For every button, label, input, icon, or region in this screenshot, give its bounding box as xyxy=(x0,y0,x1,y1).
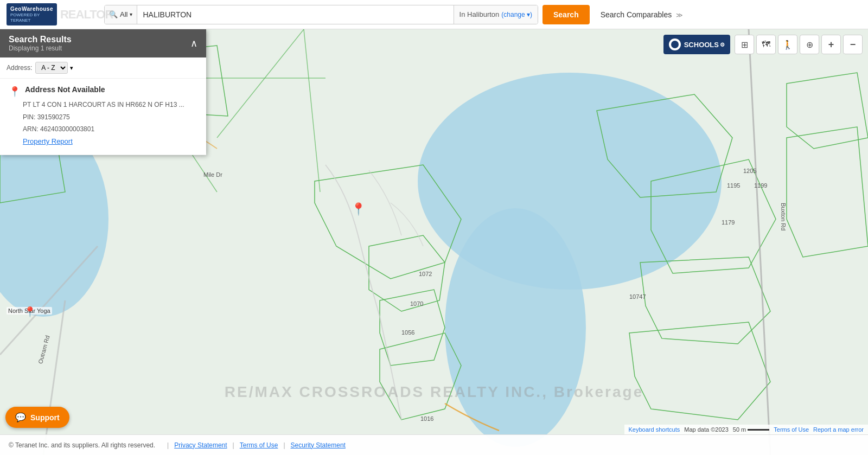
search-bar: 🔍 All ▾ In Haliburton (change ▾) xyxy=(104,5,538,24)
locate-button[interactable]: ⊕ xyxy=(800,35,819,54)
pin-value: 391590275 xyxy=(37,113,70,121)
terms-of-use-link[interactable]: Terms of Use xyxy=(240,441,278,449)
minus-icon: − xyxy=(850,39,856,50)
map-attribution: Keyboard shortcuts Map data ©2023 50 m T… xyxy=(624,425,868,434)
search-input[interactable] xyxy=(137,5,453,24)
logo: GeoWarehouse POWERED BY TERANET REALTOR xyxy=(7,3,99,27)
search-comparables-link[interactable]: Search Comparables ≫ xyxy=(601,10,683,19)
report-map-error-link[interactable]: Report a map error xyxy=(813,426,864,433)
privacy-statement-link[interactable]: Privacy Statement xyxy=(174,441,227,449)
svg-marker-14 xyxy=(629,322,770,420)
search-results-panel: Search Results Displaying 1 result ∧ Add… xyxy=(0,29,206,155)
schools-chevron-icon: ⚙ xyxy=(720,42,725,48)
search-button[interactable]: Search xyxy=(542,5,590,24)
layers-button[interactable]: ⊞ xyxy=(735,35,754,54)
search-location: In Haliburton (change ▾) xyxy=(454,5,538,24)
support-icon: 💬 xyxy=(15,412,26,422)
svg-marker-22 xyxy=(787,127,868,257)
scale-bar: 50 m xyxy=(733,426,769,433)
arn-label: ARN: xyxy=(23,125,39,133)
sort-dropdown[interactable]: A - Z Z - A xyxy=(35,62,68,74)
panel-collapse-button[interactable]: ∧ xyxy=(190,37,197,49)
pin-label: PIN: xyxy=(23,113,35,121)
panel-subtitle: Displaying 1 result xyxy=(9,44,72,52)
arn-value: 462403000003801 xyxy=(40,125,94,133)
double-chevron-icon: ≫ xyxy=(676,11,683,19)
north-star-marker[interactable]: 📍 xyxy=(24,306,36,318)
svg-line-5 xyxy=(217,29,304,138)
layers-icon: ⊞ xyxy=(741,40,748,50)
plus-icon: + xyxy=(828,39,834,50)
schools-icon xyxy=(669,39,681,50)
crosshair-icon: ⊕ xyxy=(806,40,813,50)
change-location-link[interactable]: (change ▾) xyxy=(501,11,532,18)
footer: © Teranet Inc. and its suppliers. All ri… xyxy=(0,434,868,455)
keyboard-shortcuts-link[interactable]: Keyboard shortcuts xyxy=(629,426,680,433)
property-report-link[interactable]: Property Report xyxy=(9,137,73,145)
panel-title: Search Results xyxy=(9,35,72,44)
map-style-button[interactable]: 🗺 xyxy=(756,35,776,54)
support-button[interactable]: 💬 Support xyxy=(5,407,69,428)
footer-copyright: © Teranet Inc. and its suppliers. All ri… xyxy=(9,441,155,449)
result-pin-icon: 📍 xyxy=(9,86,21,98)
svg-marker-8 xyxy=(369,235,445,311)
geowarehouse-logo: GeoWarehouse POWERED BY TERANET xyxy=(7,3,57,26)
map-toolbar: SCHOOLS ⚙ ⊞ 🗺 🚶 ⊕ + − xyxy=(663,35,863,54)
svg-line-17 xyxy=(749,29,770,455)
realtor-logo: REALTOR xyxy=(60,8,113,22)
security-statement-link[interactable]: Security Statement xyxy=(291,441,346,449)
svg-point-1 xyxy=(445,208,586,447)
zoom-out-button[interactable]: − xyxy=(843,35,863,54)
sort-bar: Address: A - Z Z - A ▾ xyxy=(0,57,206,79)
result-item: 📍 Address Not Available PT LT 4 CON 1 HA… xyxy=(0,79,206,155)
map-style-icon: 🗺 xyxy=(762,40,770,49)
map-container[interactable]: 1205 1195 1199 1179 1072 1070 1056 1016 … xyxy=(0,29,868,455)
svg-line-16 xyxy=(43,300,65,455)
result-meta: PIN: 391590275 ARN: 462403000003801 xyxy=(9,112,197,135)
svg-marker-13 xyxy=(640,257,770,344)
sort-arrow-icon: ▾ xyxy=(70,65,73,72)
map-data-text: Map data ©2023 xyxy=(684,426,729,433)
street-view-icon: 🚶 xyxy=(782,40,793,50)
sort-label: Address: xyxy=(7,64,32,72)
main-map-marker[interactable]: 📍 xyxy=(351,202,366,216)
street-view-button[interactable]: 🚶 xyxy=(778,35,797,54)
result-address: Address Not Available xyxy=(25,85,105,94)
svg-marker-21 xyxy=(787,73,868,149)
schools-button[interactable]: SCHOOLS ⚙ xyxy=(663,35,730,54)
zoom-in-button[interactable]: + xyxy=(821,35,841,54)
svg-marker-9 xyxy=(380,290,445,366)
result-legal: PT LT 4 CON 1 HARCOURT AS IN HR662 N OF … xyxy=(9,101,197,108)
terms-of-use-map-link[interactable]: Terms of Use xyxy=(774,426,809,433)
panel-header: Search Results Displaying 1 result ∧ xyxy=(0,29,206,57)
svg-line-6 xyxy=(304,29,320,192)
filter-chevron-icon: ▾ xyxy=(130,11,132,17)
